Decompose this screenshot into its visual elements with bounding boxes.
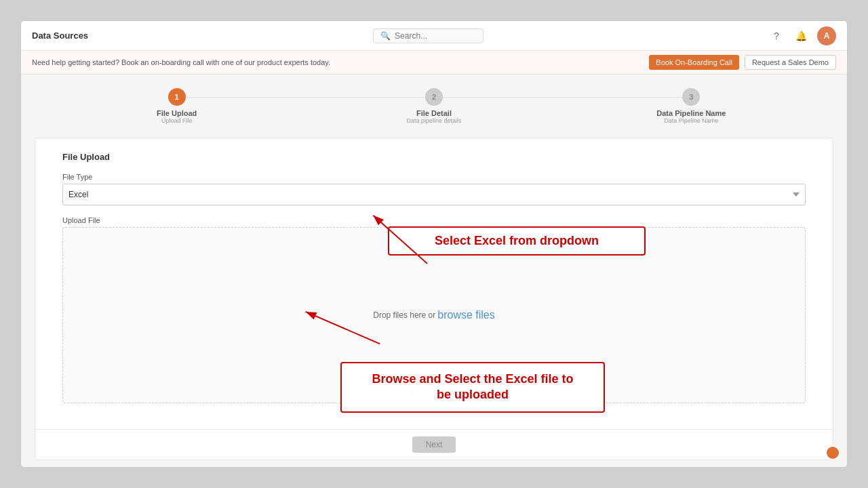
step-2-circle: 2 [425,88,443,106]
upload-file-label: Upload File [62,216,806,224]
search-input[interactable] [395,31,476,41]
step-file-upload: 1 File Upload Upload File [48,88,305,124]
step-3-sublabel: Data Pipeline Name [664,117,718,124]
step-1-circle: 1 [168,88,186,106]
step-file-detail: 2 File Detail Data pipeline details [305,88,562,124]
dropdown-annotation: Select Excel from dropdown [388,226,646,256]
step-1-label: File Upload [157,109,197,117]
notifications-button[interactable]: 🔔 [793,28,809,44]
navbar: Data Sources 🔍 ? 🔔 A [21,21,847,51]
file-type-select[interactable]: Excel CSV JSON XML [62,184,806,205]
book-onboarding-button[interactable]: Book On-Boarding Call [649,55,739,70]
step-2-sublabel: Data pipeline details [406,117,461,124]
request-sales-demo-button[interactable]: Request a Sales Demo [745,55,836,70]
upload-card: File Upload File Type Excel CSV JSON XML… [35,138,833,460]
step-2-label: File Detail [416,109,452,117]
step-3-circle: 3 [682,88,700,106]
file-type-row: Excel CSV JSON XML [62,184,806,205]
banner-text: Need help getting started? Book an on-bo… [32,58,330,66]
app-title: Data Sources [32,30,88,41]
search-bar[interactable]: 🔍 [373,28,484,43]
navbar-right: ? 🔔 A [768,26,836,45]
browse-annotation-line2: be uploaded [353,387,593,403]
main-content: 1 File Upload Upload File 2 File Detail … [21,75,847,467]
step-1-sublabel: Upload File [161,117,193,124]
avatar[interactable]: A [817,26,836,45]
browse-annotation: Browse and Select the Excel file to be u… [340,362,605,413]
next-button[interactable]: Next [412,436,456,453]
corner-indicator [825,445,840,460]
dropdown-annotation-text: Select Excel from dropdown [435,234,599,247]
help-button[interactable]: ? [768,28,785,44]
file-type-label: File Type [62,173,806,181]
browse-files-link[interactable]: browse files [437,309,494,321]
step-3-label: Data Pipeline Name [656,109,726,117]
search-icon: 🔍 [380,31,391,41]
help-banner: Need help getting started? Book an on-bo… [21,51,847,75]
main-window: Data Sources 🔍 ? 🔔 A Need help getting s… [20,20,848,468]
banner-actions: Book On-Boarding Call Request a Sales De… [649,55,836,70]
section-title: File Upload [62,152,806,162]
browse-annotation-line1: Browse and Select the Excel file to [353,371,593,387]
drop-text: Drop files here or [373,310,435,320]
stepper: 1 File Upload Upload File 2 File Detail … [21,75,847,131]
step-pipeline-name: 3 Data Pipeline Name Data Pipeline Name [563,88,820,124]
card-footer: Next [35,429,833,460]
